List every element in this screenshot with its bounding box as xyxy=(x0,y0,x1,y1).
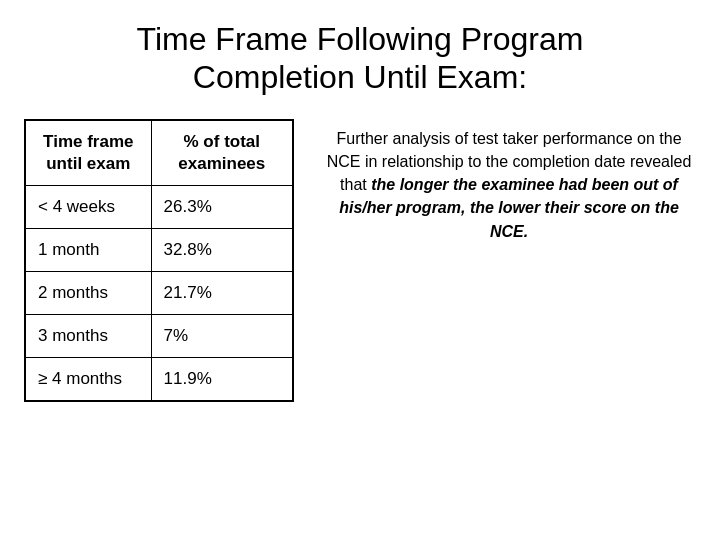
table-row: 3 months7% xyxy=(25,315,293,358)
col2-header: % of total examinees xyxy=(151,120,293,186)
timeframe-cell: < 4 weeks xyxy=(25,185,151,228)
content-row: Time frame until exam % of total examine… xyxy=(24,119,696,403)
data-table: Time frame until exam % of total examine… xyxy=(24,119,294,403)
percent-cell: 21.7% xyxy=(151,272,293,315)
table-row: ≥ 4 months11.9% xyxy=(25,358,293,402)
percent-cell: 7% xyxy=(151,315,293,358)
analysis-section: Further analysis of test taker performan… xyxy=(322,119,696,243)
percent-cell: 11.9% xyxy=(151,358,293,402)
table-row: 2 months21.7% xyxy=(25,272,293,315)
table-row: 1 month32.8% xyxy=(25,229,293,272)
timeframe-cell: 2 months xyxy=(25,272,151,315)
timeframe-cell: 1 month xyxy=(25,229,151,272)
table-row: < 4 weeks26.3% xyxy=(25,185,293,228)
timeframe-cell: 3 months xyxy=(25,315,151,358)
table-section: Time frame until exam % of total examine… xyxy=(24,119,294,403)
percent-cell: 26.3% xyxy=(151,185,293,228)
timeframe-cell: ≥ 4 months xyxy=(25,358,151,402)
page-title: Time Frame Following Program Completion … xyxy=(24,20,696,97)
percent-cell: 32.8% xyxy=(151,229,293,272)
table-header-row: Time frame until exam % of total examine… xyxy=(25,120,293,186)
col1-header: Time frame until exam xyxy=(25,120,151,186)
page-container: Time Frame Following Program Completion … xyxy=(0,0,720,540)
analysis-italic-text: the longer the examinee had been out of … xyxy=(339,176,679,239)
